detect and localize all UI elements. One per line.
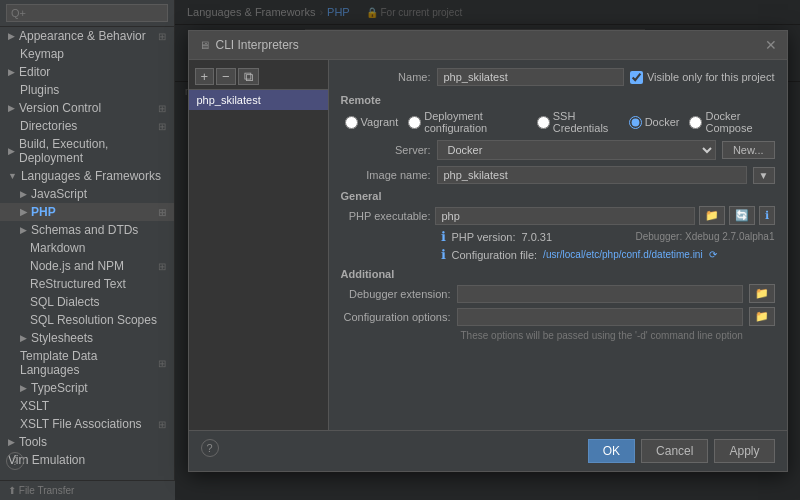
- sidebar-item-markdown[interactable]: Markdown: [0, 239, 174, 257]
- expand-arrow-icon: ▶: [20, 225, 27, 235]
- sidebar-item-typescript[interactable]: ▶ TypeScript: [0, 379, 174, 397]
- visible-only-checkbox[interactable]: [630, 71, 643, 84]
- sidebar-item-nodejs[interactable]: Node.js and NPM ⊞: [0, 257, 174, 275]
- scroll-icon: ⊞: [158, 419, 166, 430]
- sidebar-item-directories[interactable]: Directories ⊞: [0, 117, 174, 135]
- php-version-info-icon: ℹ: [441, 229, 446, 244]
- radio-deployment[interactable]: Deployment configuration: [408, 110, 526, 134]
- debugger-ext-folder-button[interactable]: 📁: [749, 284, 775, 303]
- dialog-overlay: 🖥 CLI Interpreters ✕ + − ⧉ php_skilatest: [175, 0, 800, 500]
- sidebar-item-label: SQL Dialects: [30, 295, 100, 309]
- sidebar-item-xslt[interactable]: XSLT: [0, 397, 174, 415]
- sidebar-item-label: PHP: [31, 205, 56, 219]
- sidebar-item-javascript[interactable]: ▶ JavaScript: [0, 185, 174, 203]
- visible-only-checkbox-label[interactable]: Visible only for this project: [630, 71, 775, 84]
- visible-only-text: Visible only for this project: [647, 71, 775, 83]
- sidebar-item-label: Stylesheets: [31, 331, 93, 345]
- apply-button[interactable]: Apply: [714, 439, 774, 463]
- server-field-row: Server: Docker New...: [341, 140, 775, 160]
- debugger-ext-label: Debugger extension:: [341, 288, 451, 300]
- sidebar-item-label: Keymap: [20, 47, 64, 61]
- sidebar-item-sql-resolution[interactable]: SQL Resolution Scopes: [0, 311, 174, 329]
- cli-interpreters-dialog: 🖥 CLI Interpreters ✕ + − ⧉ php_skilatest: [188, 30, 788, 472]
- interpreter-list-item[interactable]: php_skilatest: [189, 90, 328, 110]
- sidebar-item-restructured[interactable]: ReStructured Text: [0, 275, 174, 293]
- scroll-icon: ⊞: [158, 207, 166, 218]
- php-version-row: ℹ PHP version: 7.0.31 Debugger: Xdebug 2…: [341, 229, 775, 244]
- radio-ssh-input[interactable]: [537, 116, 550, 129]
- image-name-field-row: Image name: ▼: [341, 166, 775, 184]
- expand-arrow-icon: ▶: [8, 437, 15, 447]
- sidebar-item-stylesheets[interactable]: ▶ Stylesheets: [0, 329, 174, 347]
- sidebar-item-languages[interactable]: ▼ Languages & Frameworks: [0, 167, 174, 185]
- sidebar-item-plugins[interactable]: Plugins: [0, 81, 174, 99]
- php-executable-input[interactable]: [435, 207, 695, 225]
- sidebar-item-vim[interactable]: Vim Emulation: [0, 451, 174, 469]
- ok-button[interactable]: OK: [588, 439, 635, 463]
- new-server-button[interactable]: New...: [722, 141, 775, 159]
- php-exe-refresh-button[interactable]: 🔄: [729, 206, 755, 225]
- radio-vagrant[interactable]: Vagrant: [345, 116, 399, 129]
- debugger-ext-input[interactable]: [457, 285, 743, 303]
- settings-sidebar: ▶ Appearance & Behavior ⊞ Keymap ▶ Edito…: [0, 0, 175, 500]
- server-select[interactable]: Docker: [437, 140, 716, 160]
- php-executable-row: PHP executable: 📁 🔄 ℹ: [341, 206, 775, 225]
- image-name-label: Image name:: [341, 169, 431, 181]
- radio-deployment-input[interactable]: [408, 116, 421, 129]
- sidebar-item-label: XSLT: [20, 399, 49, 413]
- config-file-link[interactable]: /usr/local/etc/php/conf.d/datetime.ini: [543, 249, 703, 260]
- config-options-folder-button[interactable]: 📁: [749, 307, 775, 326]
- php-exe-folder-button[interactable]: 📁: [699, 206, 725, 225]
- sidebar-item-editor[interactable]: ▶ Editor: [0, 63, 174, 81]
- dialog-help-button[interactable]: ?: [201, 439, 219, 457]
- sidebar-item-version-control[interactable]: ▶ Version Control ⊞: [0, 99, 174, 117]
- sidebar-item-keymap[interactable]: Keymap: [0, 45, 174, 63]
- sidebar-item-php[interactable]: ▶ PHP ⊞: [0, 203, 174, 221]
- radio-ssh[interactable]: SSH Credentials: [537, 110, 619, 134]
- debugger-ext-row: Debugger extension: 📁: [341, 284, 775, 303]
- image-name-dropdown-button[interactable]: ▼: [753, 167, 775, 184]
- copy-interpreter-button[interactable]: ⧉: [238, 68, 259, 85]
- dialog-body: + − ⧉ php_skilatest Name: Visible only: [189, 60, 787, 430]
- php-exe-info-button[interactable]: ℹ: [759, 206, 775, 225]
- cancel-button[interactable]: Cancel: [641, 439, 708, 463]
- image-name-input[interactable]: [437, 166, 747, 184]
- radio-vagrant-input[interactable]: [345, 116, 358, 129]
- config-options-input[interactable]: [457, 308, 743, 326]
- sidebar-item-schemas[interactable]: ▶ Schemas and DTDs: [0, 221, 174, 239]
- sidebar-item-label: XSLT File Associations: [20, 417, 142, 431]
- radio-docker[interactable]: Docker: [629, 116, 680, 129]
- name-input[interactable]: [437, 68, 624, 86]
- sidebar-item-build[interactable]: ▶ Build, Execution, Deployment: [0, 135, 174, 167]
- sidebar-item-appearance[interactable]: ▶ Appearance & Behavior ⊞: [0, 27, 174, 45]
- scroll-icon: ⊞: [158, 261, 166, 272]
- sidebar-item-tools[interactable]: ▶ Tools: [0, 433, 174, 451]
- expand-arrow-icon: ▶: [8, 67, 15, 77]
- config-options-label: Configuration options:: [341, 311, 451, 323]
- radio-docker-compose-input[interactable]: [689, 116, 702, 129]
- dialog-close-button[interactable]: ✕: [765, 37, 777, 53]
- dialog-footer: ? OK Cancel Apply: [189, 430, 787, 471]
- php-version-value: 7.0.31: [522, 231, 553, 243]
- file-transfer-label: ⬆ File Transfer: [8, 485, 74, 496]
- expand-arrow-icon: ▶: [20, 189, 27, 199]
- dialog-title-bar: 🖥 CLI Interpreters ✕: [189, 31, 787, 60]
- sidebar-search-input[interactable]: [6, 4, 168, 22]
- sidebar-item-xslt-file[interactable]: XSLT File Associations ⊞: [0, 415, 174, 433]
- radio-docker-input[interactable]: [629, 116, 642, 129]
- sidebar-help-button[interactable]: ?: [6, 452, 24, 470]
- radio-docker-compose[interactable]: Docker Compose: [689, 110, 774, 134]
- remove-interpreter-button[interactable]: −: [216, 68, 236, 85]
- scroll-icon: ⊞: [158, 31, 166, 42]
- config-options-row: Configuration options: 📁: [341, 307, 775, 326]
- dialog-right-panel: Name: Visible only for this project Remo…: [329, 60, 787, 430]
- config-file-label: Configuration file:: [452, 249, 538, 261]
- sidebar-item-label: SQL Resolution Scopes: [30, 313, 157, 327]
- sidebar-item-template-langs[interactable]: Template Data Languages ⊞: [0, 347, 174, 379]
- sidebar-item-sql-dialects[interactable]: SQL Dialects: [0, 293, 174, 311]
- sidebar-item-label: Template Data Languages: [20, 349, 154, 377]
- sidebar-item-label: Directories: [20, 119, 77, 133]
- name-label: Name:: [341, 71, 431, 83]
- php-version-label: PHP version:: [452, 231, 516, 243]
- add-interpreter-button[interactable]: +: [195, 68, 215, 85]
